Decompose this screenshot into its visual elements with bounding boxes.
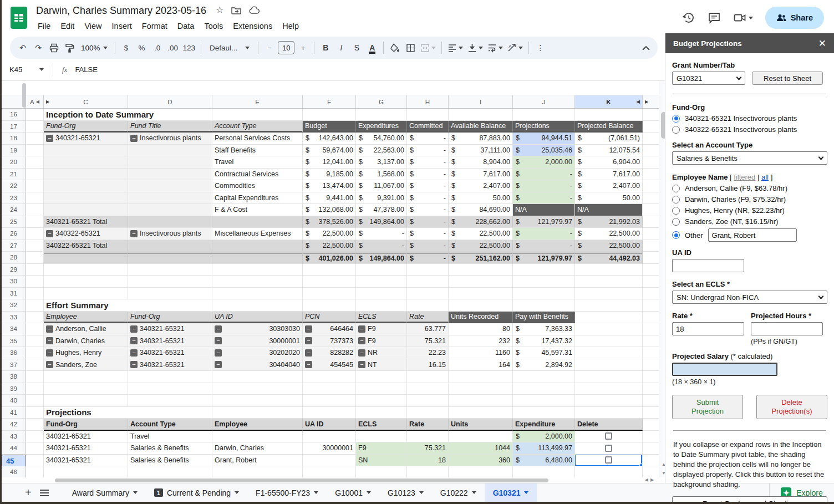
decrease-font-size-button[interactable]: − (262, 40, 277, 55)
expand-column-icon[interactable]: ▶ (46, 99, 49, 104)
cell-F24[interactable]: $132,068.00 (303, 204, 356, 216)
menu-format[interactable]: Format (137, 20, 172, 32)
row-header-46[interactable]: 46 (2, 466, 26, 477)
cell-I43[interactable] (449, 431, 513, 443)
cell-E20[interactable]: Travel (212, 156, 303, 169)
cell-C46[interactable] (44, 466, 128, 477)
other-employee-radio[interactable] (672, 231, 680, 239)
star-icon[interactable]: ☆ (216, 6, 223, 14)
cell-G31[interactable] (356, 288, 407, 300)
cell-H30[interactable] (407, 276, 449, 288)
row-header-22[interactable]: 22 (2, 180, 26, 192)
cell-H19[interactable]: $- (407, 145, 449, 157)
cell-G36[interactable]: −NR (356, 347, 407, 359)
cell-F16[interactable] (303, 109, 356, 121)
cell-A23[interactable] (26, 192, 44, 205)
column-header-K[interactable]: K◀ (575, 95, 643, 108)
row-header-16[interactable]: 16 (2, 109, 26, 121)
cell-H27[interactable]: $- (407, 240, 449, 252)
row-header-21[interactable]: 21 (2, 169, 26, 181)
menu-tools[interactable]: Tools (199, 20, 228, 32)
cell-T44[interactable] (643, 442, 659, 455)
cell-F45[interactable] (303, 455, 356, 467)
row-header-38[interactable]: 38 (2, 371, 26, 383)
cell-I23[interactable]: $50.00 (449, 192, 513, 205)
column-header-A[interactable]: A ◀ (26, 95, 44, 108)
cell-H40[interactable] (407, 395, 449, 407)
cell-F29[interactable] (303, 264, 356, 276)
cell-H29[interactable] (407, 264, 449, 276)
cell-C26[interactable]: −340322-65321 (44, 228, 128, 240)
cell-F17[interactable]: Budget (303, 121, 356, 133)
cell-I18[interactable]: $87,883.00 (449, 133, 513, 145)
scroll-right-button[interactable]: ▶ (650, 477, 654, 482)
cell-I46[interactable] (449, 466, 513, 477)
collapse-group-button[interactable]: − (358, 349, 365, 357)
cell-T17[interactable] (643, 121, 659, 133)
delete-projection-button[interactable]: Delete Projection(s) (756, 395, 827, 419)
cell-E37[interactable]: −30404040 (212, 359, 303, 371)
strikethrough-button[interactable]: S (349, 40, 364, 55)
cell-D35[interactable]: −340321-65321 (128, 335, 212, 348)
cell-C33[interactable]: Employee (44, 312, 128, 324)
cell-C20[interactable] (44, 156, 128, 169)
cell-T18[interactable] (643, 133, 659, 145)
text-rotation-button[interactable]: A (506, 40, 525, 55)
cell-I37[interactable]: 164 (449, 359, 513, 371)
cell-F37[interactable]: −454545 (303, 359, 356, 371)
cell-G32[interactable] (356, 299, 407, 312)
cell-K39[interactable] (575, 383, 643, 395)
cell-E23[interactable]: Capital Expenditures (212, 192, 303, 205)
menu-edit[interactable]: Edit (55, 20, 79, 32)
column-header-I[interactable]: I (449, 95, 513, 108)
column-header-G[interactable]: G (356, 95, 407, 108)
increase-font-size-button[interactable]: + (296, 40, 310, 55)
cell-H44[interactable]: 75.321 (407, 442, 449, 455)
cell-G28[interactable]: $149,864.00 (356, 252, 407, 264)
collapse-column-icon[interactable]: ◀ (637, 99, 640, 104)
cell-K32[interactable] (575, 299, 643, 312)
cell-E35[interactable]: −30000001 (212, 335, 303, 348)
collapse-toolbar-button[interactable] (642, 37, 650, 59)
cell-F41[interactable] (303, 407, 356, 419)
cell-T29[interactable] (643, 264, 659, 276)
cell-I34[interactable]: 80 (449, 323, 513, 335)
cell-T26[interactable] (643, 228, 659, 240)
cell-F39[interactable] (303, 383, 356, 395)
cell-T23[interactable] (643, 192, 659, 205)
cell-J17[interactable]: Projections (513, 121, 575, 133)
add-sheet-button[interactable]: + (25, 486, 32, 499)
cell-K42[interactable]: Delete (575, 419, 643, 431)
bold-button[interactable]: B (318, 40, 333, 55)
collapse-group-button[interactable]: − (46, 135, 53, 142)
cell-C35[interactable]: −Darwin, Charles (44, 335, 128, 348)
cell-K41[interactable] (575, 407, 643, 419)
cell-F36[interactable]: −828282 (303, 347, 356, 359)
cell-E41[interactable] (212, 407, 303, 419)
menu-data[interactable]: Data (172, 20, 200, 32)
cell-I39[interactable] (449, 383, 513, 395)
collapse-group-button[interactable]: − (305, 349, 312, 357)
collapse-group-button[interactable]: − (358, 337, 365, 344)
camera-dropdown-caret[interactable] (749, 17, 753, 19)
cell-C21[interactable] (44, 169, 128, 181)
cell-F21[interactable]: $9,185.00 (303, 169, 356, 181)
cell-H28[interactable]: $- (407, 252, 449, 264)
cell-F25[interactable]: $378,526.00 (303, 216, 356, 228)
cell-J26[interactable]: $- (513, 228, 575, 240)
cell-E22[interactable]: Commodities (212, 180, 303, 192)
column-header-E[interactable]: E (212, 95, 303, 108)
collapse-group-button[interactable]: − (130, 135, 138, 142)
cell-G26[interactable]: $- (356, 228, 407, 240)
cell-J22[interactable]: $- (513, 180, 575, 192)
cell-F44[interactable]: 30000001 (303, 442, 356, 455)
row-header-28[interactable]: 28 (2, 252, 26, 264)
sheet-tab-f1-65500-fy23[interactable]: F1-65500-FY23 (247, 483, 327, 502)
cell-J44[interactable]: $113,499.97 (513, 442, 575, 455)
cell-A25[interactable] (26, 216, 44, 228)
cell-J20[interactable]: $2,000.00 (513, 156, 575, 169)
paint-format-button[interactable] (62, 40, 77, 55)
cell-H38[interactable] (407, 371, 449, 383)
undo-button[interactable]: ↶ (16, 40, 30, 55)
sheet-tab-current-pending[interactable]: 1Current & Pending (146, 483, 247, 502)
